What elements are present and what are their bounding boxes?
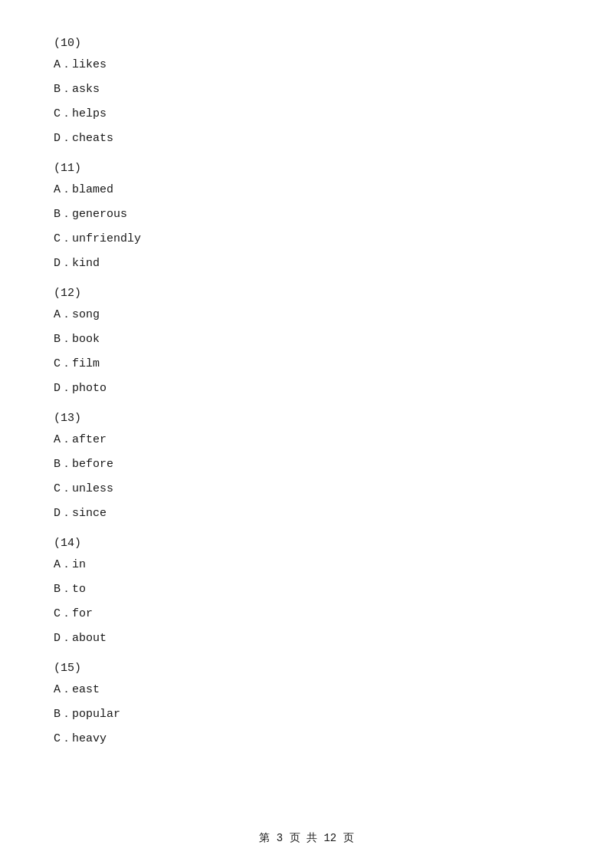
option-5-2: C．heavy — [54, 730, 559, 748]
option-1-1: B．generous — [54, 205, 559, 224]
option-5-0: A．east — [54, 681, 559, 699]
option-3-3: D．since — [54, 505, 559, 523]
option-0-2: C．helps — [54, 105, 559, 123]
question-number-5: (15) — [54, 662, 559, 675]
option-2-2: C．film — [54, 355, 559, 373]
option-2-1: B．book — [54, 330, 559, 349]
option-0-0: A．likes — [54, 56, 559, 74]
option-3-0: A．after — [54, 431, 559, 449]
question-number-0: (10) — [54, 37, 559, 50]
option-3-1: B．before — [54, 455, 559, 474]
question-number-4: (14) — [54, 537, 559, 550]
option-4-2: C．for — [54, 605, 559, 623]
main-content: (10)A．likesB．asksC．helpsD．cheats(11)A．bl… — [0, 0, 613, 801]
question-number-3: (13) — [54, 412, 559, 425]
option-2-0: A．song — [54, 306, 559, 324]
option-1-2: C．unfriendly — [54, 230, 559, 248]
option-0-1: B．asks — [54, 81, 559, 99]
question-number-2: (12) — [54, 287, 559, 300]
option-4-1: B．to — [54, 580, 559, 599]
option-3-2: C．unless — [54, 480, 559, 498]
question-number-1: (11) — [54, 162, 559, 175]
option-5-1: B．popular — [54, 705, 559, 724]
option-4-0: A．in — [54, 556, 559, 574]
option-0-3: D．cheats — [54, 130, 559, 148]
footer-text: 第 3 页 共 12 页 — [259, 832, 353, 844]
page-footer: 第 3 页 共 12 页 — [0, 831, 613, 845]
option-1-3: D．kind — [54, 255, 559, 273]
option-1-0: A．blamed — [54, 181, 559, 199]
option-4-3: D．about — [54, 630, 559, 648]
option-2-3: D．photo — [54, 380, 559, 398]
